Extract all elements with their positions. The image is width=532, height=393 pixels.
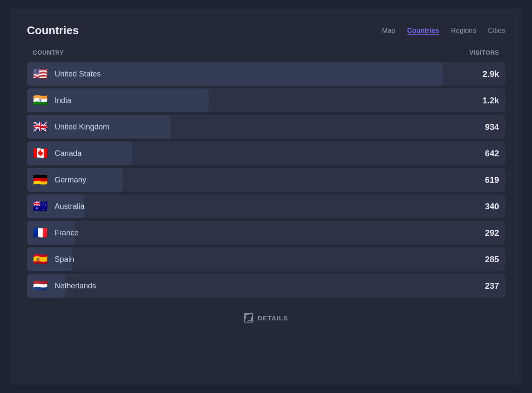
- table-row[interactable]: 🇬🇧United Kingdom934: [27, 115, 505, 139]
- tab-map[interactable]: Map: [382, 27, 395, 35]
- table-row[interactable]: 🇳🇱Netherlands237: [27, 274, 505, 298]
- details-button[interactable]: DETAILS: [27, 313, 505, 323]
- visitors-count: 285: [485, 255, 499, 264]
- table-row[interactable]: 🇦🇺Australia340: [27, 194, 505, 218]
- countries-panel: Countries MapCountriesRegionsCities Coun…: [10, 9, 522, 384]
- country-name: France: [55, 229, 79, 238]
- country-flag: 🇪🇸: [33, 253, 48, 265]
- table-row[interactable]: 🇪🇸Spain285: [27, 247, 505, 271]
- country-flag: 🇳🇱: [33, 280, 48, 292]
- country-name: Germany: [55, 176, 86, 185]
- panel-title: Countries: [27, 24, 79, 37]
- table-row[interactable]: 🇨🇦Canada642: [27, 141, 505, 165]
- country-rows: 🇺🇸United States2.9k🇮🇳India1.2k🇬🇧United K…: [27, 62, 505, 298]
- details-icon: [244, 313, 253, 323]
- visitors-count: 619: [485, 175, 499, 185]
- col-visitors-label: Visitors: [469, 49, 499, 56]
- col-country-label: Country: [33, 49, 64, 56]
- view-tabs: MapCountriesRegionsCities: [382, 27, 505, 35]
- country-flag: 🇮🇳: [33, 94, 48, 106]
- visitors-count: 934: [485, 122, 499, 132]
- tab-regions[interactable]: Regions: [451, 27, 476, 35]
- country-name: Spain: [55, 255, 74, 264]
- country-name: United Kingdom: [55, 123, 109, 132]
- visitors-count: 237: [485, 281, 499, 291]
- table-row[interactable]: 🇮🇳India1.2k: [27, 88, 505, 112]
- table-header: Country Visitors: [27, 49, 505, 62]
- visitors-count: 642: [485, 149, 499, 158]
- country-name: Netherlands: [55, 282, 96, 290]
- visitors-count: 292: [485, 228, 499, 238]
- country-flag: 🇨🇦: [33, 147, 48, 159]
- table-row[interactable]: 🇫🇷France292: [27, 221, 505, 245]
- visitors-count: 1.2k: [482, 96, 499, 106]
- tab-cities[interactable]: Cities: [488, 27, 505, 35]
- country-name: Canada: [55, 149, 82, 158]
- country-flag: 🇺🇸: [33, 68, 48, 80]
- country-flag: 🇬🇧: [33, 121, 48, 133]
- country-flag: 🇦🇺: [33, 200, 48, 212]
- details-label: DETAILS: [257, 314, 288, 322]
- table-row[interactable]: 🇺🇸United States2.9k: [27, 62, 505, 86]
- country-flag: 🇩🇪: [33, 174, 48, 186]
- visitors-count: 340: [485, 202, 499, 211]
- country-name: India: [55, 96, 71, 105]
- panel-header: Countries MapCountriesRegionsCities: [27, 24, 505, 37]
- visitors-count: 2.9k: [482, 69, 499, 79]
- country-flag: 🇫🇷: [33, 227, 48, 239]
- country-name: Australia: [55, 202, 85, 211]
- country-name: United States: [55, 70, 101, 79]
- table-row[interactable]: 🇩🇪Germany619: [27, 168, 505, 192]
- tab-countries[interactable]: Countries: [407, 27, 439, 35]
